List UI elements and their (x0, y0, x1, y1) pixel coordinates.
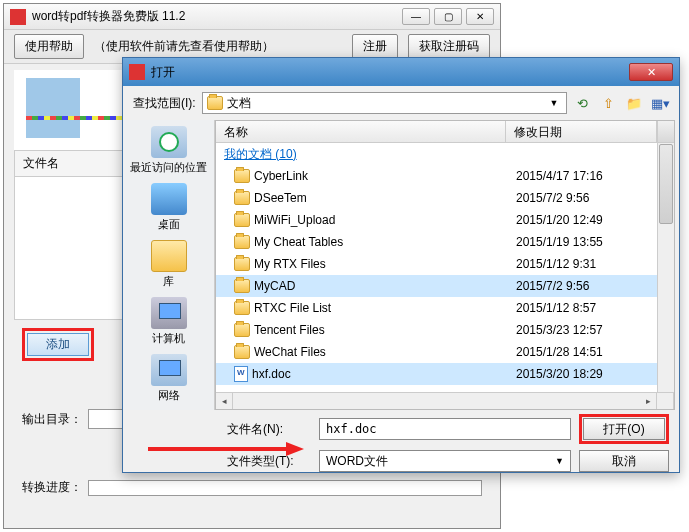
sidebar-network[interactable]: 网络 (149, 352, 189, 405)
folder-icon (234, 191, 250, 205)
file-row-selected[interactable]: hxf.doc2015/3/20 18:29 (216, 363, 674, 385)
header-scroll-spacer (657, 121, 674, 142)
file-row[interactable]: MyCAD2015/7/2 9:56 (216, 275, 674, 297)
col-name[interactable]: 名称 (216, 121, 506, 142)
scroll-corner (657, 393, 674, 409)
sidebar-computer[interactable]: 计算机 (149, 295, 189, 348)
add-button[interactable]: 添加 (27, 333, 89, 356)
lookin-label: 查找范围(I): (133, 95, 196, 112)
folder-icon (234, 235, 250, 249)
viewmode-icon[interactable]: ▦▾ (651, 94, 669, 112)
folder-icon (234, 323, 250, 337)
file-row[interactable]: My Cheat Tables2015/1/19 13:55 (216, 231, 674, 253)
back-icon[interactable]: ⟲ (573, 94, 591, 112)
folder-icon (234, 257, 250, 271)
chevron-down-icon: ▼ (555, 456, 564, 466)
word-doc-icon (234, 366, 248, 382)
computer-icon (151, 297, 187, 329)
scrollbar-thumb[interactable] (659, 144, 673, 224)
library-icon (151, 240, 187, 272)
help-note: （使用软件前请先查看使用帮助） (94, 38, 342, 55)
file-row[interactable]: DSeeTem2015/7/2 9:56 (216, 187, 674, 209)
folder-icon (207, 96, 223, 110)
scroll-right-button[interactable]: ▸ (640, 393, 657, 409)
vertical-scrollbar[interactable] (657, 143, 674, 392)
add-button-highlight: 添加 (22, 328, 94, 361)
sidebar-label: 最近访问的位置 (130, 160, 207, 175)
open-button-highlight: 打开(O) (579, 414, 669, 444)
lookin-value: 文档 (227, 95, 542, 112)
filetype-combo[interactable]: WORD文件▼ (319, 450, 571, 472)
progress-label: 转换进度： (22, 479, 82, 496)
col-date[interactable]: 修改日期 (506, 121, 657, 142)
app-icon (10, 9, 26, 25)
main-title: word转pdf转换器免费版 11.2 (32, 8, 402, 25)
register-button[interactable]: 注册 (352, 34, 398, 59)
file-row[interactable]: Tencent Files2015/3/23 12:57 (216, 319, 674, 341)
scroll-track[interactable] (233, 393, 640, 409)
chevron-down-icon: ▼ (546, 93, 562, 113)
up-icon[interactable]: ⇧ (599, 94, 617, 112)
file-header: 名称 修改日期 (216, 121, 674, 143)
dialog-title: 打开 (151, 64, 629, 81)
outdir-label: 输出目录： (22, 411, 82, 428)
sidebar-recent[interactable]: 最近访问的位置 (128, 124, 209, 177)
group-header[interactable]: 我的文档 (10) (216, 143, 674, 165)
file-row[interactable]: My RTX Files2015/1/12 9:31 (216, 253, 674, 275)
scroll-left-button[interactable]: ◂ (216, 393, 233, 409)
minimize-button[interactable]: — (402, 8, 430, 25)
network-icon (151, 354, 187, 386)
open-button[interactable]: 打开(O) (583, 418, 665, 440)
file-row[interactable]: RTXC File List2015/1/12 8:57 (216, 297, 674, 319)
main-titlebar[interactable]: word转pdf转换器免费版 11.2 — ▢ ✕ (4, 4, 500, 30)
getcode-button[interactable]: 获取注册码 (408, 34, 490, 59)
lookin-combo[interactable]: 文档 ▼ (202, 92, 567, 114)
filename-input[interactable] (319, 418, 571, 440)
progress-bar (88, 480, 482, 496)
folder-icon (234, 169, 250, 183)
dialog-close-button[interactable]: ✕ (629, 63, 673, 81)
sidebar-label: 计算机 (152, 331, 185, 346)
sidebar-library[interactable]: 库 (149, 238, 189, 291)
filename-label: 文件名(N): (227, 421, 311, 438)
file-row[interactable]: WeChat Files2015/1/28 14:51 (216, 341, 674, 363)
file-rows: 我的文档 (10) CyberLink2015/4/17 17:16 DSeeT… (216, 143, 674, 392)
maximize-button[interactable]: ▢ (434, 8, 462, 25)
horizontal-scrollbar[interactable]: ◂ ▸ (216, 392, 674, 409)
close-button[interactable]: ✕ (466, 8, 494, 25)
file-row[interactable]: MiWiFi_Upload2015/1/20 12:49 (216, 209, 674, 231)
folder-icon (234, 279, 250, 293)
sidebar-label: 网络 (158, 388, 180, 403)
folder-icon (234, 301, 250, 315)
dialog-lookin-row: 查找范围(I): 文档 ▼ ⟲ ⇧ 📁 ▦▾ (123, 86, 679, 120)
dialog-titlebar[interactable]: 打开 ✕ (123, 58, 679, 86)
recent-icon (151, 126, 187, 158)
filetype-label: 文件类型(T): (227, 453, 311, 470)
places-sidebar: 最近访问的位置 桌面 库 计算机 网络 (123, 120, 215, 410)
desktop-icon (151, 183, 187, 215)
sidebar-label: 库 (163, 274, 174, 289)
newfolder-icon[interactable]: 📁 (625, 94, 643, 112)
folder-icon (234, 345, 250, 359)
cancel-button[interactable]: 取消 (579, 450, 669, 472)
folder-icon (234, 213, 250, 227)
help-button[interactable]: 使用帮助 (14, 34, 84, 59)
file-browser: 名称 修改日期 我的文档 (10) CyberLink2015/4/17 17:… (215, 120, 675, 410)
sidebar-desktop[interactable]: 桌面 (149, 181, 189, 234)
sidebar-label: 桌面 (158, 217, 180, 232)
file-row[interactable]: CyberLink2015/4/17 17:16 (216, 165, 674, 187)
open-dialog: 打开 ✕ 查找范围(I): 文档 ▼ ⟲ ⇧ 📁 ▦▾ 最近访问的位置 桌面 库… (122, 57, 680, 473)
dialog-icon (129, 64, 145, 80)
